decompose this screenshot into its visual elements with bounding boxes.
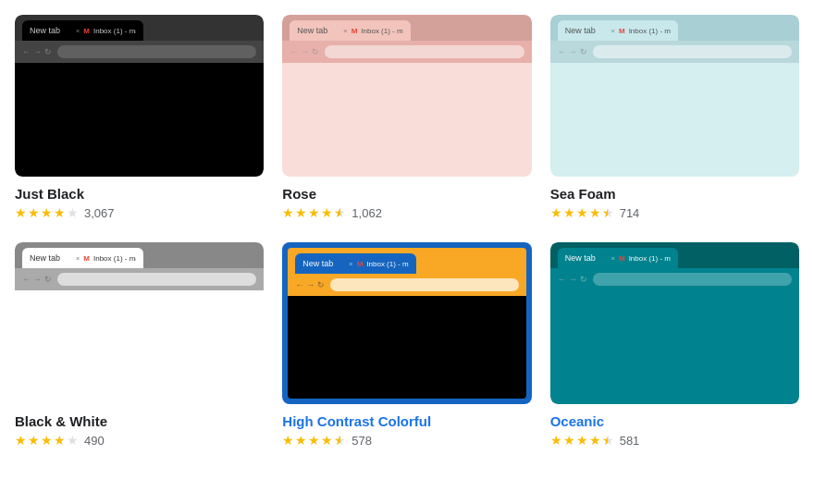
browser-chrome: New tab × M Inbox (1) - mai... ← → ↻ [282, 15, 531, 63]
star-full-icon: ★ [321, 205, 333, 220]
tab-label: New tab [565, 253, 608, 263]
tab-close-icon: × [610, 254, 615, 263]
forward-icon: → [569, 47, 577, 56]
browser-mockup: New tab × M Inbox (1) - mai... ← → ↻ [282, 15, 531, 177]
nav-arrows: ← → ↻ [558, 47, 587, 56]
browser-chrome: New tab × M Inbox (1) - mai... ← → ↻ [15, 15, 264, 63]
star-half-icon: ★ [334, 205, 346, 220]
browser-mockup: New tab × M Inbox (1) - mai... ← → ↻ [15, 242, 264, 404]
browser-content [15, 290, 264, 404]
browser-tab: New tab × M Inbox (1) - mai... [22, 20, 143, 41]
stars: ★★★★★ [550, 205, 614, 220]
back-icon: ← [290, 47, 298, 56]
star-full-icon: ★ [550, 433, 562, 448]
browser-chrome: New tab × M Inbox (1) - mai... ← → ↻ [550, 15, 799, 63]
refresh-icon: ↻ [580, 47, 587, 56]
star-full-icon: ★ [15, 205, 27, 220]
address-bar [325, 45, 524, 58]
gmail-icon: M [83, 27, 90, 35]
rating-row: ★★★★★ 490 [15, 433, 264, 448]
review-count: 714 [620, 206, 640, 220]
star-full-icon: ★ [550, 205, 562, 220]
tab-bar: New tab × M Inbox (1) - mai... [15, 242, 264, 268]
refresh-icon: ↻ [44, 47, 52, 56]
theme-thumbnail: New tab × M Inbox (1) - mai... ← → ↻ [15, 15, 264, 177]
theme-name: Oceanic [550, 413, 799, 429]
address-bar [593, 45, 792, 58]
forward-icon: → [301, 47, 309, 56]
inbox-label: Inbox (1) - mai... [629, 254, 672, 263]
inbox-label: Inbox (1) - mai... [629, 27, 672, 35]
theme-card-rose[interactable]: New tab × M Inbox (1) - mai... ← → ↻ [282, 15, 531, 220]
address-bar [57, 273, 256, 286]
address-bar [593, 273, 792, 286]
star-full-icon: ★ [576, 433, 588, 448]
browser-chrome: New tab × M Inbox (1) - mai... ← → ↻ [288, 248, 525, 296]
theme-card-sea-foam[interactable]: New tab × M Inbox (1) - mai... ← → ↻ [550, 15, 799, 220]
gmail-icon: M [357, 260, 364, 268]
review-count: 581 [620, 434, 640, 448]
browser-tab: New tab × M Inbox (1) - mai... [295, 253, 416, 274]
toolbar: ← → ↻ [550, 41, 799, 63]
gmail-icon: M [619, 27, 625, 35]
rating-row: ★★★★★ 1,062 [282, 205, 531, 220]
tab-close-icon: × [76, 254, 80, 263]
toolbar: ← → ↻ [15, 268, 264, 290]
star-full-icon: ★ [295, 433, 307, 448]
refresh-icon: ↻ [317, 280, 325, 289]
stars: ★★★★★ [15, 433, 79, 448]
forward-icon: → [33, 275, 42, 284]
star-full-icon: ★ [41, 433, 53, 448]
toolbar: ← → ↻ [288, 274, 525, 296]
tab-close-icon: × [349, 260, 353, 268]
star-full-icon: ★ [54, 433, 66, 448]
tab-bar: New tab × M Inbox (1) - mai... [288, 248, 525, 274]
nav-arrows: ← → ↻ [22, 275, 52, 284]
browser-mockup: New tab × M Inbox (1) - mai... ← → ↻ [15, 15, 264, 177]
address-bar [57, 45, 256, 58]
browser-content [15, 63, 264, 177]
nav-arrows: ← → ↻ [290, 47, 319, 56]
theme-card-oceanic[interactable]: New tab × M Inbox (1) - mai... ← → ↻ [550, 242, 799, 448]
browser-chrome: New tab × M Inbox (1) - mai... ← → ↻ [550, 242, 799, 290]
star-full-icon: ★ [295, 205, 307, 220]
theme-card-high-contrast-colorful[interactable]: New tab × M Inbox (1) - mai... ← → ↻ [282, 242, 531, 448]
back-icon: ← [558, 47, 566, 56]
inbox-label: Inbox (1) - mai... [93, 27, 136, 35]
star-full-icon: ★ [54, 205, 66, 220]
review-count: 578 [352, 434, 372, 448]
review-count: 1,062 [352, 206, 382, 220]
toolbar: ← → ↻ [550, 268, 799, 290]
theme-card-just-black[interactable]: New tab × M Inbox (1) - mai... ← → ↻ [15, 15, 264, 220]
theme-card-black-white[interactable]: New tab × M Inbox (1) - mai... ← → ↻ [15, 242, 264, 448]
gmail-icon: M [619, 254, 625, 263]
tab-label: New tab [302, 259, 345, 268]
browser-tab: New tab × M Inbox (1) - mai... [290, 20, 411, 41]
stars: ★★★★★ [550, 433, 614, 448]
stars: ★★★★★ [15, 205, 79, 220]
star-full-icon: ★ [576, 205, 588, 220]
star-full-icon: ★ [589, 205, 601, 220]
back-icon: ← [558, 275, 566, 284]
browser-content [282, 63, 531, 177]
star-full-icon: ★ [15, 433, 27, 448]
tab-label: New tab [30, 253, 72, 263]
browser-mockup: New tab × M Inbox (1) - mai... ← → ↻ [550, 15, 799, 177]
refresh-icon: ↻ [44, 275, 52, 284]
theme-thumbnail: New tab × M Inbox (1) - mai... ← → ↻ [15, 242, 264, 404]
theme-thumbnail: New tab × M Inbox (1) - mai... ← → ↻ [282, 15, 531, 177]
tab-bar: New tab × M Inbox (1) - mai... [550, 242, 799, 268]
rating-row: ★★★★★ 581 [550, 433, 799, 448]
tab-label: New tab [565, 26, 608, 35]
gmail-icon: M [352, 27, 358, 35]
back-icon: ← [22, 275, 31, 284]
tab-bar: New tab × M Inbox (1) - mai... [282, 15, 531, 41]
stars: ★★★★★ [282, 433, 346, 448]
star-half-icon: ★ [334, 433, 346, 448]
forward-icon: → [569, 275, 577, 284]
gmail-icon: M [83, 254, 90, 263]
star-full-icon: ★ [321, 433, 333, 448]
browser-tab: New tab × M Inbox (1) - mai... [558, 20, 679, 41]
tab-close-icon: × [610, 27, 615, 35]
rating-row: ★★★★★ 714 [550, 205, 799, 220]
